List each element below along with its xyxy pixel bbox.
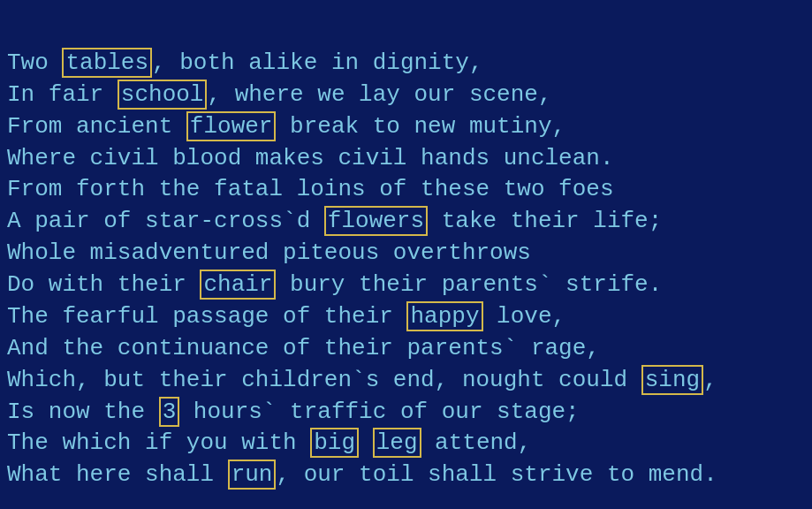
poem-line-line12: Is now the 3 hours` traffic of our stage… (7, 397, 717, 429)
poem-line-line11: Which, but their children`s end, nought … (7, 365, 717, 397)
poem-line-line6: A pair of star-cross`d flowers take thei… (7, 206, 717, 238)
highlighted-word: leg (373, 428, 421, 458)
poem-text: Two tables, both alike in dignity,In fai… (7, 16, 717, 491)
highlighted-word: flower (186, 111, 277, 141)
poem-line-line13: The which if you with big leg attend, (7, 428, 717, 460)
poem-line-line10: And the continuance of their parents` ra… (7, 333, 717, 365)
poem-line-line8: Do with their chair bury their parents` … (7, 270, 717, 301)
highlighted-word: flowers (324, 206, 428, 236)
highlighted-word: school (118, 80, 208, 110)
highlighted-word: big (310, 428, 359, 458)
highlighted-word: 3 (159, 397, 180, 427)
highlighted-word: sing (641, 365, 703, 395)
poem-line-line2: In fair school, where we lay our scene, (7, 80, 717, 111)
poem-line-line5: From forth the fatal loins of these two … (7, 174, 717, 206)
poem-line-line4: Where civil blood makes civil hands uncl… (7, 143, 717, 175)
poem-line-line1: Two tables, both alike in dignity, (7, 48, 717, 80)
poem-line-line9: The fearful passage of their happy love, (7, 301, 717, 333)
poem-line-line7: Whole misadventured piteous overthrows (7, 238, 717, 270)
poem-line-line3: From ancient flower break to new mutiny, (7, 111, 717, 143)
highlighted-word: chair (200, 270, 276, 300)
highlighted-word: happy (406, 301, 482, 331)
highlighted-word: tables (62, 48, 152, 78)
highlighted-word: run (228, 460, 277, 490)
poem-line-line14: What here shall run, our toil shall stri… (7, 460, 717, 491)
